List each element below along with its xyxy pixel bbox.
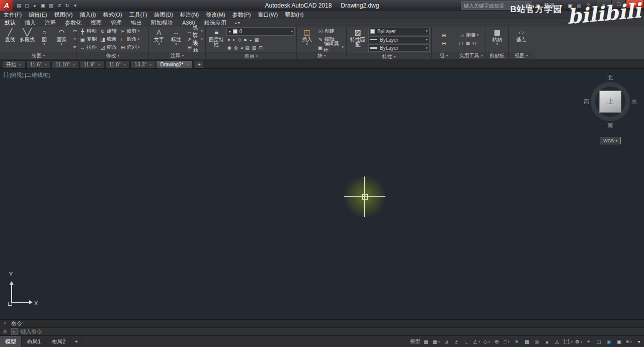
customization-icon[interactable]: ≡▾ bbox=[624, 336, 634, 347]
groups-panel-label[interactable]: 组 ▾ bbox=[432, 52, 456, 59]
create-block-button[interactable]: ⊡创建 bbox=[316, 27, 345, 35]
quick-properties-icon[interactable]: ▢ bbox=[594, 336, 604, 347]
fillet-button[interactable]: ∟圆角▾ bbox=[119, 35, 141, 43]
viewcube-top-face[interactable]: 上 bbox=[599, 91, 621, 113]
paste-button[interactable]: ▤粘贴▾ bbox=[489, 27, 506, 51]
file-tab[interactable]: 11-6"× bbox=[26, 60, 51, 68]
match-layer-icon[interactable]: ◎ bbox=[234, 44, 238, 51]
menu-item[interactable]: 窗口(W) bbox=[254, 11, 281, 19]
redo-icon[interactable]: ↻ bbox=[63, 3, 71, 8]
new-layout-button[interactable]: + bbox=[71, 336, 82, 347]
open-file-icon[interactable]: ▸ bbox=[31, 3, 39, 8]
annotate-panel-label[interactable]: 注释 ▾ bbox=[149, 52, 205, 59]
layer-lock-icon[interactable]: ■ bbox=[244, 36, 247, 43]
drawing-canvas[interactable]: [-] [俯视] [二维线框] 北 西 上 东 南 WCS ▾ bbox=[0, 69, 644, 319]
prev-layer-icon[interactable]: ◂ bbox=[240, 44, 243, 51]
close-icon[interactable]: × bbox=[19, 63, 22, 67]
close-command-icon[interactable]: × bbox=[4, 321, 6, 326]
undo-icon[interactable]: ↺ bbox=[55, 3, 63, 8]
annotation-visibility-icon[interactable]: ▲ bbox=[542, 336, 552, 347]
search-icon[interactable] bbox=[526, 4, 530, 8]
ribbon-tab[interactable]: 注释 bbox=[40, 19, 60, 27]
wcs-button[interactable]: WCS ▾ bbox=[600, 137, 621, 144]
draw-panel-label[interactable]: 绘图 ▾ bbox=[0, 52, 76, 59]
object-snap-icon[interactable]: □▾ bbox=[502, 336, 512, 347]
annotation-autoscale-icon[interactable]: △ bbox=[552, 336, 562, 347]
menu-item[interactable]: 工具(T) bbox=[126, 11, 151, 19]
ribbon-tab[interactable]: 附加模块 bbox=[146, 19, 178, 27]
menu-item[interactable]: 帮助(H) bbox=[281, 11, 307, 19]
command-input[interactable]: 键入命令 bbox=[20, 328, 42, 335]
isometric-drafting-icon[interactable]: ◇▾ bbox=[481, 336, 492, 347]
viewcube[interactable]: 北 西 上 东 南 WCS ▾ bbox=[583, 74, 638, 144]
menu-item[interactable]: 文件(F) bbox=[0, 11, 25, 19]
view-panel-label[interactable]: 视图 ▾ bbox=[509, 52, 534, 59]
layer-dropdown[interactable]: ● 0 ▾ bbox=[226, 27, 295, 36]
clipboard-panel-label[interactable]: 剪贴板 bbox=[486, 52, 508, 59]
quick-select-icon[interactable]: ▢ bbox=[459, 40, 463, 47]
mirror-button[interactable]: ◨镜像 bbox=[99, 35, 118, 43]
layers-panel-label[interactable]: 图层 ▾ bbox=[206, 52, 296, 59]
help-search-box[interactable] bbox=[461, 2, 532, 10]
file-tab[interactable]: 开始× bbox=[2, 60, 26, 68]
command-customize-icon[interactable]: ⚙ bbox=[3, 329, 7, 334]
recent-commands-icon[interactable]: ▸ bbox=[11, 328, 18, 335]
layer-freeze-icon[interactable]: ◇ bbox=[238, 36, 242, 43]
snap-icon[interactable]: ▦▾ bbox=[431, 336, 441, 347]
close-button[interactable]: × bbox=[626, 0, 644, 9]
close-icon[interactable]: × bbox=[73, 63, 75, 67]
array-button[interactable]: ⊞阵列▾ bbox=[119, 43, 141, 51]
annotation-monitor-icon[interactable]: + bbox=[584, 336, 594, 347]
object-color-select[interactable]: ByLayer▾ bbox=[368, 28, 430, 35]
line-button[interactable]: ╱直线 bbox=[2, 27, 19, 51]
viewport-visual-style-control[interactable]: [二维线框] bbox=[25, 71, 50, 79]
ribbon-tab[interactable]: 参数化 bbox=[60, 19, 86, 27]
linetype-select[interactable]: ByLayer▾ bbox=[368, 36, 430, 44]
new-file-icon[interactable]: ▢ bbox=[23, 3, 31, 8]
dynamic-input-icon[interactable]: ± bbox=[451, 336, 461, 347]
clean-screen-icon[interactable]: ▣ bbox=[614, 336, 624, 347]
workspace-switching-icon[interactable]: ⚙▾ bbox=[574, 336, 584, 347]
maximize-button[interactable]: ▢ bbox=[611, 0, 626, 9]
compass-south-label[interactable]: 南 bbox=[608, 122, 613, 129]
file-tab[interactable]: 11-10"× bbox=[51, 60, 79, 68]
layout-tab[interactable]: 模型 bbox=[0, 336, 22, 347]
utilities-panel-label[interactable]: 实用工具 ▾ bbox=[456, 52, 486, 59]
menu-item[interactable]: 绘图(D) bbox=[151, 11, 177, 19]
dimension-button[interactable]: ↔标注▾ bbox=[168, 27, 185, 51]
new-tab-button[interactable]: + bbox=[195, 61, 203, 68]
modify-panel-label[interactable]: 修改 ▾ bbox=[77, 52, 148, 59]
menu-item[interactable]: 修改(M) bbox=[202, 11, 229, 19]
text-button[interactable]: A文字▾ bbox=[150, 27, 168, 51]
insert-block-button[interactable]: ◫插入▾ bbox=[298, 27, 315, 51]
compass-west-label[interactable]: 西 bbox=[584, 98, 589, 106]
qat-menu-icon[interactable]: ▤ bbox=[15, 3, 23, 8]
ellipse-icon[interactable]: ○ bbox=[73, 35, 76, 43]
ribbon-tab[interactable]: 默认 bbox=[0, 19, 20, 27]
app-menu-button[interactable]: A bbox=[0, 0, 13, 11]
file-tab[interactable]: Drawing2*× bbox=[156, 60, 193, 68]
lineweight-select[interactable]: ByLayer▾ bbox=[368, 44, 430, 52]
properties-panel-label[interactable]: 特性 ▾ bbox=[347, 53, 431, 60]
menu-item[interactable]: 参数(P) bbox=[229, 11, 255, 19]
ribbon-tab[interactable]: 视图 bbox=[86, 19, 106, 27]
menu-item[interactable]: 格式(O) bbox=[100, 11, 126, 19]
group-button[interactable]: ⊞ bbox=[441, 32, 446, 39]
ortho-icon[interactable]: ∟ bbox=[461, 336, 471, 347]
model-space-button[interactable]: 模型 bbox=[409, 336, 421, 347]
measure-button[interactable]: ⊿测量▾ bbox=[458, 31, 480, 39]
viewcube-compass-ring[interactable]: 上 bbox=[591, 82, 630, 121]
block-panel-label[interactable]: 块 ▾ bbox=[297, 52, 346, 59]
ribbon-tab[interactable]: 精选应用 bbox=[200, 19, 231, 27]
transparency-icon[interactable]: ▩ bbox=[522, 336, 532, 347]
object-snap-tracking-icon[interactable]: ⊕ bbox=[492, 336, 502, 347]
selection-cycling-icon[interactable]: ◎ bbox=[532, 336, 542, 347]
make-current-icon[interactable]: ◉ bbox=[227, 44, 231, 51]
menu-item[interactable]: 视图(V) bbox=[51, 11, 76, 19]
grid-icon[interactable]: ▦ bbox=[421, 336, 431, 347]
minimize-button[interactable]: – bbox=[597, 0, 611, 9]
match-properties-button[interactable]: ▨特性匹配 bbox=[348, 27, 367, 52]
layer-walk-icon[interactable]: ▤ bbox=[245, 44, 250, 51]
menu-item[interactable]: 编辑(E) bbox=[25, 11, 51, 19]
scale-button[interactable]: ◿缩放 bbox=[99, 43, 118, 51]
